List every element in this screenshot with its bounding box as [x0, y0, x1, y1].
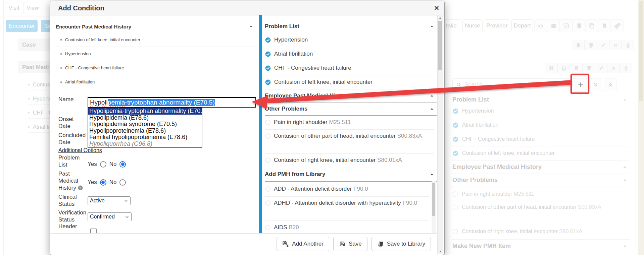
bookmark-button[interactable] — [572, 40, 584, 50]
suggestion-item-selected[interactable]: Hypolipemia-tryptophan abnormality (E70.… — [88, 108, 202, 115]
page-scrollbar-thumb[interactable] — [639, 1, 643, 101]
encounter-button[interactable]: Encounter — [6, 20, 38, 32]
page-scrollbar[interactable] — [638, 0, 644, 255]
caret-up-icon[interactable] — [430, 94, 434, 98]
bg-other-problem-item[interactable]: Contusion of right knee, initial encount… — [452, 224, 630, 240]
bg-problem-item[interactable]: Contusion of left knee, initial encounte… — [452, 146, 630, 161]
add-condition-button[interactable] — [574, 78, 587, 91]
problem-item[interactable]: CHF - Congestive heart failure — [265, 61, 434, 75]
pmh-no-radio[interactable] — [119, 179, 126, 186]
edit-button[interactable] — [597, 40, 609, 50]
problem-item[interactable]: Atrial fibrillation — [265, 47, 434, 61]
search-input[interactable]: Search... — [452, 78, 571, 91]
problem-item[interactable]: Contusion of left knee, initial encounte… — [265, 75, 434, 89]
suggestion-item[interactable]: Hypolipidemia syndrome (E70.5) — [88, 121, 202, 128]
suggestion-item[interactable]: Hypolipidemia (E78.6) — [88, 115, 202, 121]
suggestion-item-muted[interactable]: Hypoliquorrhea (G96.8) — [88, 141, 202, 147]
verification-status-select[interactable]: Confirmed — [88, 212, 132, 221]
scroll-up-icon[interactable] — [439, 16, 442, 20]
archive-button[interactable] — [547, 19, 560, 32]
circle-icon[interactable] — [265, 119, 271, 125]
library-scrollbar[interactable] — [432, 181, 436, 233]
save-to-library-button[interactable]: Save to Library — [371, 237, 431, 251]
suggestion-item[interactable]: Familial hypolipoproteinemia (E78.6) — [88, 134, 202, 141]
bg-make-new-pmh-heading[interactable]: Make New PMH Item — [452, 239, 630, 253]
library-item[interactable]: ADD - Attention deficit disorder F90.0 — [265, 181, 429, 197]
bg-other-problem-item[interactable]: Pain in right shoulder M25.511 — [452, 187, 630, 201]
bookmark-button[interactable] — [598, 19, 611, 32]
circle-icon[interactable] — [265, 200, 271, 206]
other-problems-heading[interactable]: Other Problems — [265, 103, 437, 116]
nav-depart-button[interactable]: Depart — [511, 19, 533, 32]
expand-all-button[interactable] — [604, 78, 617, 91]
copy-button[interactable] — [585, 19, 598, 32]
library-button[interactable] — [584, 40, 597, 50]
employee-pmh-heading[interactable]: Employee Past Medical History — [265, 89, 437, 103]
close-button[interactable]: × — [434, 4, 439, 12]
collapse-all-button[interactable] — [589, 78, 602, 91]
other-problem-item[interactable]: Contusion of right knee, initial encount… — [265, 153, 434, 167]
caret-up-icon[interactable] — [430, 24, 434, 28]
modal-scrollbar-thumb[interactable] — [438, 21, 442, 70]
caret-up-icon[interactable] — [623, 165, 627, 169]
past-medical-history-section-header[interactable]: Past Medi — [18, 61, 54, 73]
other-problem-item[interactable]: Contusion of other part of head, initial… — [265, 129, 434, 154]
library-item[interactable]: AIDS B20 — [265, 220, 429, 234]
clinical-status-select[interactable]: Active — [88, 196, 131, 205]
bg-problem-list-heading[interactable]: Problem List — [452, 95, 630, 104]
bg-employee-pmh-heading[interactable]: Employee Past Medical History — [452, 160, 630, 174]
case-section-header[interactable]: Case — [18, 39, 54, 51]
pmh-yes-radio[interactable] — [100, 179, 106, 186]
help-icon[interactable]: ? — [78, 185, 83, 191]
document-button[interactable] — [557, 63, 570, 73]
library-scrollbar-thumb[interactable] — [432, 183, 435, 216]
other-problem-item[interactable]: Pain in right shoulder M25.511 — [265, 115, 434, 130]
problem-list-heading[interactable]: Problem List — [265, 20, 437, 33]
visibility-button[interactable] — [534, 19, 547, 32]
circle-icon[interactable] — [265, 157, 271, 163]
problem-item[interactable]: Hypertension — [265, 33, 434, 47]
bg-other-problem-item[interactable]: Contusion of other part of head, initial… — [452, 201, 630, 224]
caret-up-icon[interactable] — [249, 24, 253, 28]
delete-button[interactable] — [609, 40, 622, 50]
caret-up-icon[interactable] — [430, 107, 434, 111]
problem-list-no-radio[interactable] — [119, 161, 126, 168]
scroll-down-icon[interactable] — [439, 250, 442, 253]
dictate-button[interactable] — [620, 63, 632, 73]
library-button[interactable] — [582, 63, 595, 73]
bg-other-problems-heading[interactable]: Other Problems — [452, 174, 630, 187]
bg-problem-item[interactable]: CHF - Congestive heart failure — [452, 132, 630, 146]
bg-problem-item[interactable]: Hypertension — [452, 104, 630, 118]
library-item[interactable]: ADHD - Attention deficit disorder with h… — [265, 196, 429, 221]
nav-nurse-button[interactable]: Nurse — [462, 19, 483, 32]
nav-visit-button[interactable]: Visit — [6, 2, 22, 14]
caret-up-icon[interactable] — [430, 172, 434, 176]
circle-icon[interactable] — [265, 225, 271, 231]
library-button[interactable] — [573, 19, 585, 32]
add-another-button[interactable]: Add Another — [277, 237, 329, 251]
save-button[interactable]: Save — [333, 237, 367, 251]
check-circle-icon[interactable] — [265, 37, 271, 43]
schedule-button[interactable] — [560, 19, 573, 32]
bg-problem-item[interactable]: Atrial fibrillation — [452, 118, 630, 132]
condition-name-input[interactable]: Hypolipemia-tryptophan abnormality (E70.… — [88, 97, 256, 108]
settings-button[interactable] — [611, 19, 624, 32]
nav-view-button[interactable]: View — [23, 2, 42, 14]
circle-icon[interactable] — [265, 133, 271, 139]
caret-up-icon[interactable] — [623, 244, 627, 248]
delete-button[interactable] — [607, 63, 620, 73]
bookmark-button[interactable] — [570, 63, 582, 73]
check-circle-icon[interactable] — [265, 65, 271, 71]
grid-view-button[interactable] — [545, 63, 557, 73]
circle-icon[interactable] — [265, 186, 271, 192]
check-circle-icon[interactable] — [265, 51, 271, 57]
encounter-pmh-heading[interactable]: Encounter Past Medical History — [56, 20, 256, 33]
nav-provider-button[interactable]: Provider — [484, 19, 510, 32]
edit-button[interactable] — [595, 63, 607, 73]
add-pmh-library-heading[interactable]: Add PMH from Library — [265, 167, 437, 182]
dictate-button[interactable] — [622, 40, 634, 50]
modal-scrollbar[interactable] — [437, 15, 443, 254]
check-circle-icon[interactable] — [265, 79, 271, 85]
caret-up-icon[interactable] — [623, 98, 627, 102]
problem-list-yes-radio[interactable] — [100, 161, 106, 168]
